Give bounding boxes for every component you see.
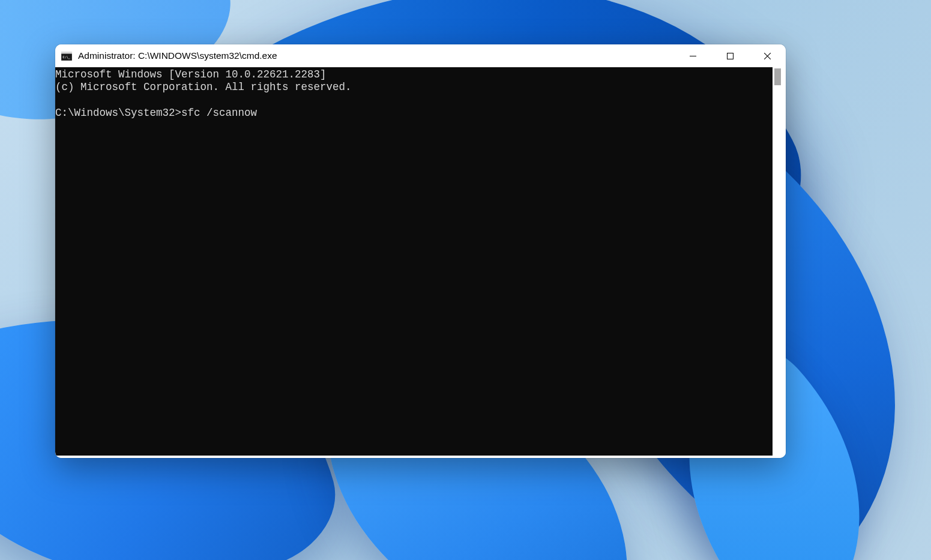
scrollbar-thumb[interactable] [774, 68, 781, 85]
maximize-button[interactable] [711, 44, 749, 67]
close-icon [764, 53, 771, 59]
window-title: Administrator: C:\WINDOWS\system32\cmd.e… [78, 50, 674, 61]
cmd-window: C:\_ Administrator: C:\WINDOWS\system32\… [55, 44, 786, 458]
close-button[interactable] [749, 44, 786, 67]
svg-rect-4 [727, 53, 733, 59]
copyright-line: (c) Microsoft Corporation. All rights re… [55, 81, 352, 93]
prompt: C:\Windows\System32> [55, 107, 181, 119]
cmd-icon: C:\_ [61, 52, 72, 61]
version-line: Microsoft Windows [Version 10.0.22621.22… [55, 68, 327, 80]
window-controls [674, 44, 786, 67]
scrollbar[interactable] [773, 67, 783, 456]
maximize-icon [727, 53, 734, 59]
titlebar[interactable]: C:\_ Administrator: C:\WINDOWS\system32\… [55, 44, 786, 67]
terminal-wrapper: Microsoft Windows [Version 10.0.22621.22… [55, 67, 786, 458]
svg-text:C:\_: C:\_ [62, 55, 70, 59]
terminal-output[interactable]: Microsoft Windows [Version 10.0.22621.22… [55, 67, 773, 456]
minimize-button[interactable] [674, 44, 711, 67]
svg-rect-1 [61, 52, 72, 54]
command-input[interactable]: sfc /scannow [181, 107, 257, 119]
minimize-icon [690, 53, 696, 59]
